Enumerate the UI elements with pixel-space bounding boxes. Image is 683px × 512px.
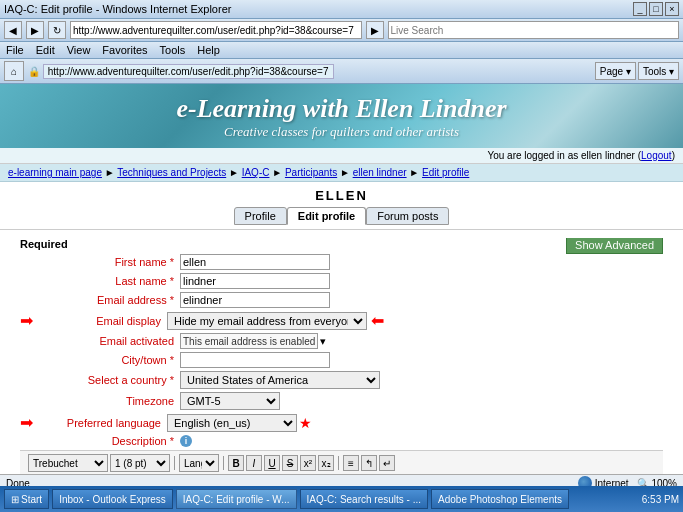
tools-menu-button[interactable]: Tools ▾ <box>638 62 679 80</box>
email-activated-label: Email activated <box>20 335 180 347</box>
email-input[interactable] <box>180 292 330 308</box>
menu-help[interactable]: Help <box>197 44 220 56</box>
taskbar-photoshop[interactable]: Adobe Photoshop Elements <box>431 489 569 491</box>
search-input[interactable] <box>388 21 680 39</box>
undo-button[interactable]: ↰ <box>361 455 377 471</box>
bold-button[interactable]: B <box>228 455 244 471</box>
logout-link[interactable]: Logout <box>641 150 672 161</box>
description-label: Description * <box>20 435 180 447</box>
lang-select[interactable]: Lang <box>179 454 219 472</box>
browser-title: IAQ-C: Edit profile - Windows Internet E… <box>4 3 231 15</box>
separator-1 <box>174 456 175 470</box>
required-label: Required <box>20 238 68 250</box>
timezone-label: Timezone <box>20 395 180 407</box>
address-bar: ◀ ▶ ↻ ▶ <box>0 19 683 42</box>
preferred-language-row: ➡ Preferred language English (en_us) ★ <box>20 413 663 432</box>
city-input[interactable] <box>180 352 330 368</box>
page-address-label: 🔒 http://www.adventurequilter.com/user/e… <box>28 66 334 77</box>
refresh-button[interactable]: ↻ <box>48 21 66 39</box>
taskbar-outlook[interactable]: Inbox - Outlook Express <box>52 489 173 491</box>
breadcrumb: e-learning main page ► Techniques and Pr… <box>0 164 683 182</box>
email-label: Email address * <box>20 294 180 306</box>
superscript-button[interactable]: x² <box>300 455 316 471</box>
close-button[interactable]: × <box>665 2 679 16</box>
home-icon[interactable]: ⌂ <box>4 61 24 81</box>
list-button[interactable]: ≡ <box>343 455 359 471</box>
info-icon[interactable]: i <box>180 435 192 447</box>
restore-button[interactable]: □ <box>649 2 663 16</box>
arrow-left-language-icon: ➡ <box>20 413 33 432</box>
strikethrough-button[interactable]: S <box>282 455 298 471</box>
breadcrumb-participants[interactable]: Participants <box>285 167 337 178</box>
email-row: Email address * <box>20 292 663 308</box>
breadcrumb-user[interactable]: ellen lindner <box>353 167 407 178</box>
last-name-label: Last name * <box>20 275 180 287</box>
site-header: e-Learning with Ellen Lindner Creative c… <box>0 84 683 148</box>
page-toolbar: ⌂ 🔒 http://www.adventurequilter.com/user… <box>0 59 683 84</box>
start-button[interactable]: ⊞ Start <box>4 489 49 491</box>
menu-favorites[interactable]: Favorites <box>102 44 147 56</box>
underline-button[interactable]: U <box>264 455 280 471</box>
first-name-input[interactable] <box>180 254 330 270</box>
first-name-label: First name * <box>20 256 180 268</box>
editor-toolbar: Trebuchet 1 (8 pt) Lang B I U S x² x₂ ≡ … <box>20 450 663 474</box>
country-row: Select a country * United States of Amer… <box>20 371 663 389</box>
email-activated-value: This email address is enabled <box>180 333 318 349</box>
separator-3 <box>338 456 339 470</box>
page-content: e-Learning with Ellen Lindner Creative c… <box>0 84 683 474</box>
email-display-label: Email display <box>37 315 167 327</box>
menu-tools[interactable]: Tools <box>160 44 186 56</box>
separator-2 <box>223 456 224 470</box>
site-title: e-Learning with Ellen Lindner <box>0 94 683 124</box>
tab-forum-posts[interactable]: Forum posts <box>366 207 449 225</box>
tabs-section: Profile Edit profile Forum posts <box>0 205 683 230</box>
description-row: Description * i <box>20 435 663 447</box>
taskbar-iaqc-search[interactable]: IAQ-C: Search results - ... <box>300 489 428 491</box>
italic-button[interactable]: I <box>246 455 262 471</box>
breadcrumb-home[interactable]: e-learning main page <box>8 167 102 178</box>
breadcrumb-iaqc[interactable]: IAQ-C <box>242 167 270 178</box>
email-activated-row: Email activated This email address is en… <box>20 333 663 349</box>
city-label: City/town * <box>20 354 180 366</box>
page-menu-button[interactable]: Page ▾ <box>595 62 636 80</box>
tab-profile[interactable]: Profile <box>234 207 287 225</box>
last-name-row: Last name * <box>20 273 663 289</box>
menu-file[interactable]: File <box>6 44 24 56</box>
window-controls[interactable]: _ □ × <box>633 2 679 16</box>
taskbar-iaqc-edit[interactable]: IAQ-C: Edit profile - W... <box>176 489 297 491</box>
go-button[interactable]: ▶ <box>366 21 384 39</box>
login-text: You are logged in as ellen lindner (Logo… <box>487 150 675 161</box>
breadcrumb-techniques[interactable]: Techniques and Projects <box>117 167 226 178</box>
show-advanced-button[interactable]: Show Advanced <box>566 238 663 254</box>
font-select[interactable]: Trebuchet <box>28 454 108 472</box>
city-row: City/town * <box>20 352 663 368</box>
preferred-language-label: Preferred language <box>37 417 167 429</box>
address-input[interactable] <box>70 21 362 39</box>
subscript-button[interactable]: x₂ <box>318 455 334 471</box>
country-select[interactable]: United States of America <box>180 371 380 389</box>
arrow-left-icon: ➡ <box>20 311 33 330</box>
minimize-button[interactable]: _ <box>633 2 647 16</box>
page-title: ELLEN <box>0 182 683 205</box>
redo-button[interactable]: ↵ <box>379 455 395 471</box>
tab-edit-profile[interactable]: Edit profile <box>287 207 366 225</box>
preferred-language-select[interactable]: English (en_us) <box>167 414 297 432</box>
site-subtitle: Creative classes for quilters and other … <box>0 124 683 140</box>
email-display-row: ➡ Email display Hide my email address fr… <box>20 311 663 330</box>
back-button[interactable]: ◀ <box>4 21 22 39</box>
site-tab[interactable]: http://www.adventurequilter.com/user/edi… <box>43 64 334 79</box>
country-label: Select a country * <box>20 374 180 386</box>
login-bar: You are logged in as ellen lindner (Logo… <box>0 148 683 164</box>
menu-view[interactable]: View <box>67 44 91 56</box>
last-name-input[interactable] <box>180 273 330 289</box>
forward-button[interactable]: ▶ <box>26 21 44 39</box>
browser-titlebar: IAQ-C: Edit profile - Windows Internet E… <box>0 0 683 19</box>
breadcrumb-edit-profile[interactable]: Edit profile <box>422 167 469 178</box>
size-select[interactable]: 1 (8 pt) <box>110 454 170 472</box>
arrow-right-icon: ⬅ <box>371 311 384 330</box>
menu-edit[interactable]: Edit <box>36 44 55 56</box>
form-section: Required Show Advanced First name * Last… <box>0 230 683 474</box>
first-name-row: First name * <box>20 254 663 270</box>
timezone-select[interactable]: GMT-5 <box>180 392 280 410</box>
email-display-select[interactable]: Hide my email address from everyone <box>167 312 367 330</box>
